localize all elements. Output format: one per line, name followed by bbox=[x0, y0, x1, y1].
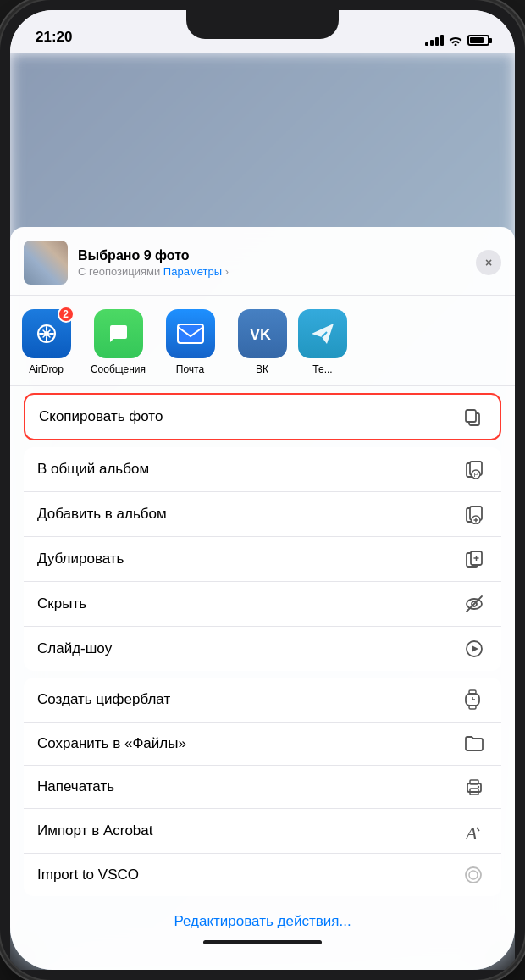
action-group-2: Создать циферблат Сохрани bbox=[24, 678, 501, 896]
svg-rect-28 bbox=[469, 706, 476, 709]
telegram-icon-wrap bbox=[298, 309, 347, 358]
svg-text:VK: VK bbox=[250, 326, 271, 343]
app-row: 2 AirDrop bbox=[10, 296, 515, 386]
svg-text:P: P bbox=[474, 471, 478, 479]
print-label: Напечатать bbox=[37, 778, 114, 795]
hide-icon bbox=[464, 594, 488, 614]
home-indicator bbox=[203, 940, 322, 944]
shared-album-icon: P bbox=[464, 459, 488, 479]
messages-label: Сообщения bbox=[91, 363, 146, 375]
svg-text:A: A bbox=[464, 822, 478, 841]
signal-icon bbox=[425, 35, 444, 46]
vsco-item[interactable]: Import to VSCO bbox=[24, 854, 501, 896]
svg-rect-5 bbox=[466, 410, 476, 422]
copy-photo-label: Скопировать фото bbox=[39, 408, 163, 425]
notch bbox=[186, 10, 339, 39]
phone-frame: 21:20 bbox=[0, 0, 525, 980]
status-icons bbox=[425, 35, 489, 46]
app-item-airdrop[interactable]: 2 AirDrop bbox=[10, 309, 82, 375]
vk-label: ВК bbox=[256, 363, 268, 375]
app-item-telegram[interactable]: Те... bbox=[298, 309, 347, 375]
print-icon bbox=[464, 778, 488, 796]
svg-marker-23 bbox=[472, 646, 478, 652]
shared-album-item[interactable]: В общий альбом P bbox=[24, 447, 501, 492]
save-files-item[interactable]: Сохранить в «Файлы» bbox=[24, 723, 501, 766]
vsco-label: Import to VSCO bbox=[37, 866, 139, 883]
airdrop-label: AirDrop bbox=[29, 363, 64, 375]
screen: 21:20 bbox=[10, 10, 515, 970]
add-album-label: Добавить в альбом bbox=[37, 506, 167, 523]
copy-photo-item[interactable]: Скопировать фото bbox=[25, 395, 500, 439]
share-info: Выбрано 9 фото С геопозициями Параметры … bbox=[78, 248, 476, 278]
telegram-icon bbox=[310, 322, 335, 346]
vk-icon: VK bbox=[247, 324, 278, 343]
mail-icon bbox=[176, 323, 205, 345]
battery-icon bbox=[467, 35, 489, 46]
edit-actions: Редактировать действия... bbox=[10, 903, 515, 933]
duplicate-item[interactable]: Дублировать bbox=[24, 537, 501, 582]
messages-icon-wrap bbox=[94, 309, 143, 358]
duplicate-label: Дублировать bbox=[37, 551, 124, 568]
params-link[interactable]: Параметры bbox=[163, 265, 222, 278]
slideshow-item[interactable]: Слайд-шоу bbox=[24, 627, 501, 671]
print-item[interactable]: Напечатать bbox=[24, 766, 501, 809]
svg-rect-27 bbox=[469, 690, 476, 694]
add-album-item[interactable]: Добавить в альбом bbox=[24, 492, 501, 537]
airdrop-badge: 2 bbox=[58, 306, 75, 323]
share-title: Выбрано 9 фото bbox=[78, 248, 476, 263]
status-time: 21:20 bbox=[36, 29, 72, 46]
wifi-icon bbox=[449, 35, 462, 46]
add-album-icon bbox=[464, 504, 488, 524]
files-icon bbox=[464, 734, 488, 753]
app-item-messages[interactable]: Сообщения bbox=[82, 309, 154, 375]
airdrop-icon-wrap: 2 bbox=[22, 309, 71, 358]
save-files-label: Сохранить в «Файлы» bbox=[37, 735, 186, 752]
svg-rect-31 bbox=[470, 780, 478, 784]
app-item-mail[interactable]: Почта bbox=[154, 309, 226, 375]
telegram-label: Те... bbox=[312, 363, 332, 375]
watch-icon bbox=[464, 689, 488, 710]
content-area: ЯБЛЫК Выбрано 9 фото С геопозициями Пара… bbox=[10, 53, 515, 970]
share-header: Выбрано 9 фото С геопозициями Параметры … bbox=[10, 227, 515, 296]
watchface-label: Создать циферблат bbox=[37, 691, 170, 708]
svg-point-34 bbox=[466, 867, 481, 883]
vsco-icon bbox=[464, 866, 488, 884]
copy-icon bbox=[462, 407, 486, 427]
svg-rect-2 bbox=[178, 324, 203, 343]
watchface-item[interactable]: Создать циферблат bbox=[24, 678, 501, 723]
messages-icon bbox=[105, 320, 132, 347]
app-item-vk[interactable]: VK ВК bbox=[226, 309, 298, 375]
hide-label: Скрыть bbox=[37, 595, 86, 612]
acrobat-label: Импорт в Acrobat bbox=[37, 822, 153, 839]
svg-point-32 bbox=[478, 786, 479, 788]
close-button[interactable]: × bbox=[476, 250, 501, 275]
copy-photo-highlighted-group: Скопировать фото bbox=[24, 393, 501, 440]
svg-point-35 bbox=[469, 871, 478, 879]
duplicate-icon bbox=[464, 549, 488, 569]
share-thumbnail bbox=[24, 241, 68, 285]
mail-label: Почта bbox=[176, 363, 204, 375]
shared-album-label: В общий альбом bbox=[37, 461, 149, 478]
share-subtitle: С геопозициями Параметры › bbox=[78, 265, 476, 278]
mail-icon-wrap bbox=[166, 309, 215, 358]
action-group-1: В общий альбом P Добавить в альбом bbox=[24, 447, 501, 671]
hide-item[interactable]: Скрыть bbox=[24, 582, 501, 627]
acrobat-item[interactable]: Импорт в Acrobat A bbox=[24, 809, 501, 854]
share-sheet: Выбрано 9 фото С геопозициями Параметры … bbox=[10, 227, 515, 970]
airdrop-icon bbox=[33, 320, 60, 347]
edit-actions-link[interactable]: Редактировать действия... bbox=[174, 913, 351, 929]
vk-icon-wrap: VK bbox=[238, 309, 287, 358]
slideshow-icon bbox=[464, 639, 488, 659]
slideshow-label: Слайд-шоу bbox=[37, 640, 112, 657]
acrobat-icon: A bbox=[464, 821, 488, 841]
